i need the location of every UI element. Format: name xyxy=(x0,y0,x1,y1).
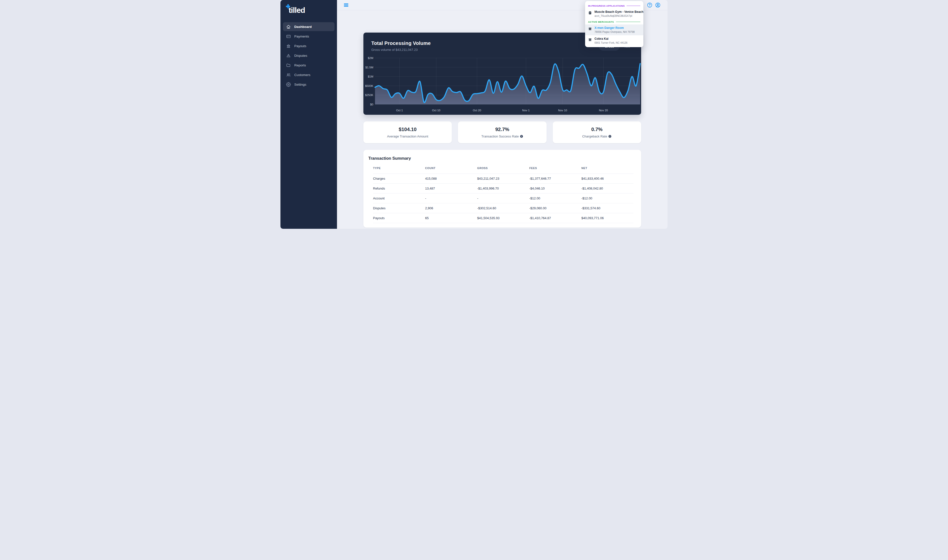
table-cell: -$1,408,042.80 xyxy=(582,184,634,194)
popover-section-label: IN-PROGRESS APPLICATIONS xyxy=(588,5,625,7)
table-cell: -$4,046.10 xyxy=(529,184,582,194)
column-header: TYPE xyxy=(373,166,425,174)
table-cell: - xyxy=(477,194,529,203)
merchant-subtitle: acct_T6uu0IuNqEBNC88JGX7pI xyxy=(594,14,643,17)
tilled-logo: tilled xyxy=(283,5,334,22)
merchant-item[interactable]: Muscle Beach Gym - Venice Beachacct_T6uu… xyxy=(585,8,643,19)
y-axis-tick-label: $2M xyxy=(368,57,373,60)
app-root: tilled DashboardPaymentsPayoutsDisputesR… xyxy=(280,0,668,229)
table-cell: -$1,403,996.70 xyxy=(477,184,529,194)
x-axis-tick-label: Nov 20 xyxy=(599,109,608,112)
folder-icon xyxy=(286,63,291,68)
table-cell: $43,211,047.23 xyxy=(477,174,529,184)
table-cell: $40,093,771.06 xyxy=(582,213,634,223)
popover-section-label: ACTIVE MERCHANTS xyxy=(588,20,614,23)
table-row: Charges415,088$43,211,047.23-$1,377,646.… xyxy=(373,174,634,184)
table-cell: Payouts xyxy=(373,213,425,223)
chart-subtitle: Gross volume of $43,211,047.23 xyxy=(371,48,431,52)
merchant-item[interactable]: Cobra Kai0901 Turner Fork, NC 44126 xyxy=(585,35,643,46)
table-cell: -$1,410,764.87 xyxy=(529,213,582,223)
table-cell: -$12.00 xyxy=(582,194,634,203)
table-cell: 13,487 xyxy=(425,184,477,194)
table-cell: -$331,574.60 xyxy=(582,203,634,213)
sidebar-item-dashboard[interactable]: Dashboard xyxy=(283,22,334,31)
sidebar-nav: DashboardPaymentsPayoutsDisputesReportsC… xyxy=(283,22,334,89)
help-circle-icon[interactable] xyxy=(647,2,653,8)
sidebar: tilled DashboardPaymentsPayoutsDisputesR… xyxy=(280,0,337,229)
stat-label: Chargeback Rate xyxy=(582,134,611,138)
x-axis-tick-label: Nov 10 xyxy=(558,109,567,112)
logo-plus-icon xyxy=(286,4,290,8)
x-axis-tick-label: Nov 1 xyxy=(522,109,529,112)
y-axis-tick-label: $500K xyxy=(365,85,374,88)
sidebar-item-reports[interactable]: Reports xyxy=(283,61,334,69)
merchant-title: Cobra Kai xyxy=(594,37,628,40)
table-cell: $41,504,535.93 xyxy=(477,213,529,223)
popover-section-line xyxy=(626,6,640,6)
x-axis-tick-label: Oct 20 xyxy=(473,109,481,112)
stat-card: $104.10Average Transaction Amount xyxy=(363,122,452,143)
stat-label: Average Transaction Amount xyxy=(387,134,428,138)
hamburger-menu-icon[interactable] xyxy=(344,3,348,7)
sidebar-item-label: Payments xyxy=(294,35,309,38)
table-cell: Refunds xyxy=(373,184,425,194)
transaction-summary-table: TYPECOUNTGROSSFEESNET Charges415,088$43,… xyxy=(373,166,634,223)
sidebar-item-payouts[interactable]: Payouts xyxy=(283,42,334,50)
stat-cards-row: $104.10Average Transaction Amount92.7%Tr… xyxy=(363,122,641,143)
storefront-icon xyxy=(588,38,592,42)
table-cell: Disputes xyxy=(373,203,425,213)
table-cell: -$12.00 xyxy=(529,194,582,203)
user-circle-icon[interactable] xyxy=(655,2,661,8)
table-row: Disputes2,906-$302,514.60-$29,060.00-$33… xyxy=(373,203,634,213)
volume-line-chart: $0$250K$500K$1M$1.5M$2MOct 1Oct 10Oct 20… xyxy=(363,54,641,115)
warning-triangle-icon xyxy=(286,53,291,58)
sidebar-item-customers[interactable]: Customers xyxy=(283,70,334,79)
merchant-switcher-popover: IN-PROGRESS APPLICATIONSMuscle Beach Gym… xyxy=(585,1,643,47)
column-header: FEES xyxy=(529,166,582,174)
stat-value: 0.7% xyxy=(591,127,603,132)
x-axis-tick-label: Oct 1 xyxy=(396,109,403,112)
stat-value: $104.10 xyxy=(399,127,417,132)
column-header: COUNT xyxy=(425,166,477,174)
table-cell: -$1,377,646.77 xyxy=(529,174,582,184)
merchant-title: Muscle Beach Gym - Venice Beach xyxy=(594,10,643,14)
stat-label: Transaction Success Rate xyxy=(482,134,523,138)
credit-card-icon xyxy=(286,34,291,39)
table-cell: -$302,514.60 xyxy=(477,203,529,213)
sidebar-item-settings[interactable]: Settings xyxy=(283,80,334,89)
sidebar-item-label: Disputes xyxy=(294,54,307,57)
chart-title: Total Processing Volume xyxy=(371,40,431,46)
table-cell: 415,088 xyxy=(425,174,477,184)
info-icon[interactable] xyxy=(520,135,523,138)
column-header: GROSS xyxy=(477,166,529,174)
popover-section-header: IN-PROGRESS APPLICATIONS xyxy=(588,5,640,7)
sidebar-item-label: Reports xyxy=(294,63,306,67)
stat-value: 92.7% xyxy=(495,127,509,132)
clipboard-icon xyxy=(588,11,592,15)
table-title: Transaction Summary xyxy=(368,156,636,161)
table-cell: 65 xyxy=(425,213,477,223)
storefront-icon xyxy=(588,27,592,31)
y-axis-tick-label: $1.5M xyxy=(365,66,373,69)
popover-section-line xyxy=(616,22,640,22)
stat-card: 0.7%Chargeback Rate xyxy=(553,122,641,143)
table-cell: $41,833,400.46 xyxy=(582,174,634,184)
y-axis-tick-label: $250K xyxy=(365,94,374,97)
sidebar-item-payments[interactable]: Payments xyxy=(283,32,334,41)
table-cell: Account xyxy=(373,194,425,203)
y-axis-tick-label: $0 xyxy=(370,103,373,106)
sidebar-item-disputes[interactable]: Disputes xyxy=(283,51,334,60)
popover-section-header: ACTIVE MERCHANTS xyxy=(588,20,640,23)
table-row: Account---$12.00-$12.00 xyxy=(373,194,634,203)
x-axis-tick-label: Oct 10 xyxy=(432,109,440,112)
sidebar-item-label: Dashboard xyxy=(294,25,312,29)
sidebar-item-label: Payouts xyxy=(294,44,306,48)
merchant-subtitle: 78056 Pagac Overpass, NH 79798 xyxy=(594,30,635,33)
info-icon[interactable] xyxy=(608,135,611,138)
stat-card: 92.7%Transaction Success Rate xyxy=(458,122,546,143)
table-cell: -$29,060.00 xyxy=(529,203,582,213)
merchant-item[interactable]: X-men Danger Room78056 Pagac Overpass, N… xyxy=(585,25,643,35)
merchant-subtitle: 0901 Turner Fork, NC 44126 xyxy=(594,41,628,44)
table-cell: - xyxy=(425,194,477,203)
sidebar-item-label: Settings xyxy=(294,83,306,86)
